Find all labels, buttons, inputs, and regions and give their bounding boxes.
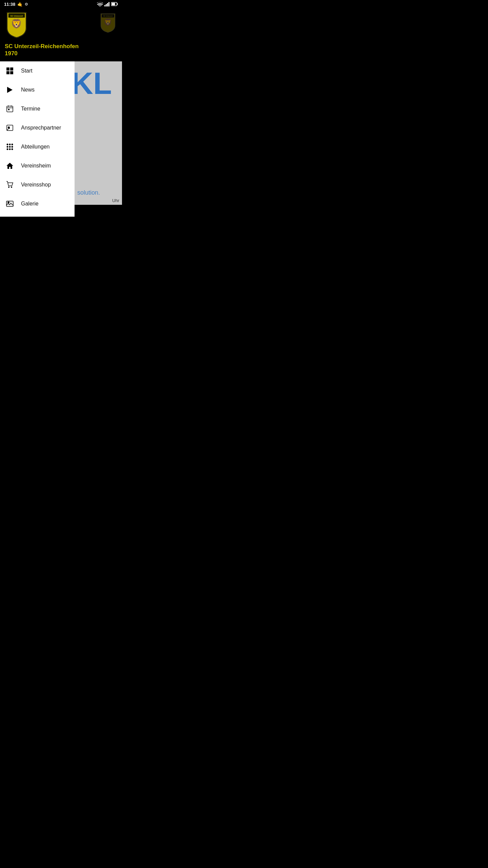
club-shield-main: SC Unterzeil 🦁 — [5, 12, 28, 39]
sidebar-item-karte[interactable]: Karte — [0, 213, 75, 217]
content-area: Start News Termine — [0, 61, 122, 217]
person-card-icon — [5, 123, 14, 132]
hand-icon: 🤙 — [17, 2, 23, 7]
sidebar-item-vereinsheim[interactable]: Vereinsheim — [0, 156, 75, 175]
wifi-icon — [97, 2, 103, 6]
battery-icon — [111, 2, 118, 6]
svg-point-32 — [9, 148, 11, 150]
svg-text:SC Unterzeil: SC Unterzeil — [11, 15, 23, 17]
svg-point-29 — [9, 146, 11, 147]
image-icon — [5, 199, 14, 208]
svg-rect-16 — [10, 71, 13, 74]
sidebar-item-galerie[interactable]: Galerie — [0, 194, 75, 213]
svg-text:🦁: 🦁 — [104, 18, 112, 26]
svg-rect-15 — [6, 71, 9, 74]
svg-point-35 — [8, 186, 9, 188]
svg-marker-34 — [6, 163, 13, 169]
svg-point-26 — [9, 143, 11, 145]
svg-rect-2 — [107, 3, 108, 6]
at-icon: ⊙ — [25, 2, 28, 6]
svg-point-33 — [12, 148, 13, 150]
club-info: SC Unterzeil 🦁 SC Unterzeil-Reichenhofen… — [5, 12, 79, 57]
play-icon — [5, 85, 14, 94]
svg-text:SC Unterzeil: SC Unterzeil — [103, 15, 113, 17]
svg-rect-1 — [106, 4, 107, 6]
club-name-text: SC Unterzeil-Reichenhofen 1970 — [5, 41, 79, 57]
grid-icon — [5, 66, 14, 75]
sidebar-item-ansprechpartner[interactable]: Ansprechpartner — [0, 118, 75, 137]
svg-point-28 — [7, 146, 8, 147]
dots-grid-icon — [5, 142, 14, 151]
background-overlay: KL solution. Uhr — [75, 61, 122, 217]
sidebar-item-news[interactable]: News — [0, 80, 75, 99]
sidebar-item-start[interactable]: Start — [0, 61, 75, 80]
status-bar: 11:38 🤙 ⊙ — [0, 0, 122, 8]
club-shield-secondary: SC Unterzeil 🦁 — [99, 13, 117, 33]
svg-rect-6 — [112, 3, 115, 5]
svg-point-36 — [11, 186, 12, 188]
sidebar-item-label: Start — [21, 68, 33, 74]
svg-point-25 — [7, 143, 8, 145]
sidebar-item-label: News — [21, 87, 35, 93]
overlay-letters: KL — [75, 68, 112, 99]
svg-point-30 — [12, 146, 13, 147]
sidebar-item-vereinsshop[interactable]: Vereinsshop — [0, 175, 75, 194]
svg-rect-0 — [104, 5, 105, 6]
home-icon — [5, 161, 14, 170]
svg-rect-18 — [7, 106, 13, 112]
status-right — [97, 2, 118, 6]
sidebar-item-label: Galerie — [21, 201, 39, 207]
sidebar-item-label: Vereinsshop — [21, 182, 51, 188]
time-display: 11:38 — [4, 2, 15, 7]
svg-rect-13 — [6, 67, 9, 71]
sidebar-item-abteilungen[interactable]: Abteilungen — [0, 137, 75, 156]
svg-text:🦁: 🦁 — [11, 18, 22, 29]
overlay-time: Uhr — [112, 198, 119, 203]
app-header: SC Unterzeil 🦁 SC Unterzeil-Reichenhofen… — [0, 8, 122, 61]
svg-point-27 — [12, 143, 13, 145]
svg-rect-5 — [117, 3, 118, 5]
svg-point-39 — [8, 202, 9, 203]
sidebar-item-label: Termine — [21, 106, 40, 112]
sidebar-item-label: Abteilungen — [21, 144, 50, 150]
calendar-icon — [5, 104, 14, 113]
sidebar-item-label: Ansprechpartner — [21, 125, 61, 131]
svg-marker-17 — [7, 87, 13, 93]
svg-rect-22 — [8, 109, 9, 110]
sidebar-item-label: Vereinsheim — [21, 163, 51, 169]
status-left: 11:38 🤙 ⊙ — [4, 2, 28, 7]
svg-point-24 — [8, 126, 10, 129]
svg-point-31 — [7, 148, 8, 150]
sidebar-item-termine[interactable]: Termine — [0, 99, 75, 118]
svg-rect-14 — [10, 67, 13, 71]
svg-rect-3 — [108, 2, 109, 6]
navigation-drawer: Start News Termine — [0, 61, 75, 217]
signal-icon — [104, 2, 110, 6]
overlay-subtitle: solution. — [75, 189, 122, 196]
cart-icon — [5, 180, 14, 189]
